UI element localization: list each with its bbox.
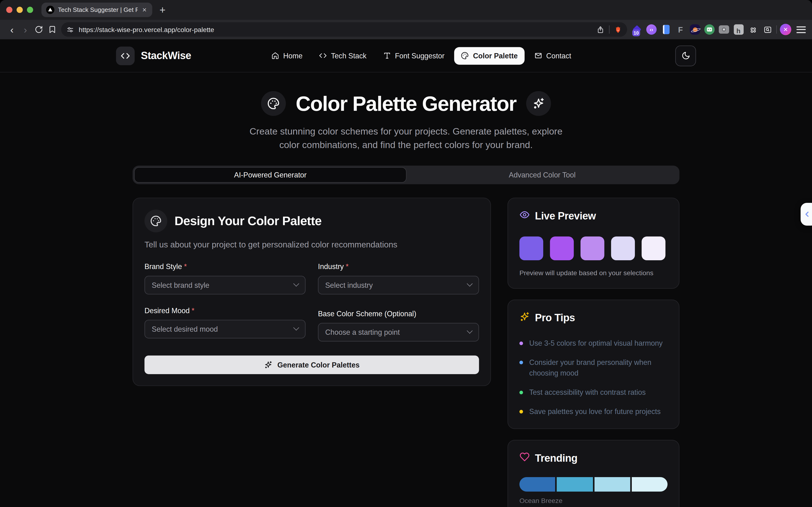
sparkles-icon xyxy=(526,91,551,116)
bullet-dot xyxy=(519,360,523,364)
divider xyxy=(609,25,609,34)
hero: Color Palette Generator Create stunning … xyxy=(0,91,812,152)
base-color-scheme-select[interactable]: Choose a starting point xyxy=(318,323,479,342)
side-panel-icon[interactable] xyxy=(762,24,773,35)
brave-rewards-icon[interactable] xyxy=(614,25,622,34)
field-label: Base Color Scheme (Optional) xyxy=(318,309,416,318)
browser-tab-strip: Tech Stack Suggester | Get Per × + xyxy=(0,0,812,20)
moon-icon xyxy=(681,51,690,60)
web-page: StackWise Home Tech Stack Font Suggestor xyxy=(0,39,812,507)
nav-item-tech-stack[interactable]: Tech Stack xyxy=(312,47,373,64)
extension-robot-icon[interactable] xyxy=(704,24,715,35)
reload-button[interactable] xyxy=(32,23,46,36)
mail-icon xyxy=(534,52,542,60)
theme-toggle-button[interactable] xyxy=(675,45,696,66)
trending-palette-ocean-breeze[interactable] xyxy=(519,477,668,492)
color-swatch xyxy=(550,236,574,260)
chevron-down-icon xyxy=(467,281,473,287)
field-label: Brand Style xyxy=(145,263,182,271)
bookmark-icon[interactable] xyxy=(46,23,59,36)
extension-badge: 10 xyxy=(632,30,640,36)
field-label: Desired Mood xyxy=(145,306,190,315)
close-window-button[interactable] xyxy=(6,7,12,13)
window-controls xyxy=(6,7,33,13)
tab-advanced-color-tool[interactable]: Advanced Color Tool xyxy=(406,167,678,183)
form-subtitle: Tell us about your project to get person… xyxy=(145,240,479,249)
extension-purple-icon[interactable]: ‹› xyxy=(646,24,657,35)
extension-planet-icon[interactable] xyxy=(689,24,701,35)
trending-card: Trending Ocean Breeze xyxy=(507,440,679,507)
sparkles-icon xyxy=(264,360,272,369)
tab-ai-powered-generator[interactable]: AI-Powered Generator xyxy=(134,167,406,183)
sparkles-icon xyxy=(519,312,530,324)
tips-list: Use 3-5 colors for optimal visual harmon… xyxy=(519,338,668,417)
tip-item: Save palettes you love for future projec… xyxy=(519,406,668,417)
extensions-puzzle-icon[interactable] xyxy=(747,24,759,35)
bullet-dot xyxy=(519,391,523,394)
back-button[interactable]: ‹ xyxy=(5,23,19,36)
page-subtitle: Create stunning color schemes for your p… xyxy=(240,125,572,152)
brand-style-select[interactable]: Select brand style xyxy=(145,276,306,295)
chevron-down-icon xyxy=(293,325,299,331)
zoom-window-button[interactable] xyxy=(27,7,33,13)
url-text[interactable]: https://stack-wise-pro.vercel.app/color-… xyxy=(79,25,592,34)
extension-h-icon[interactable]: h xyxy=(733,24,744,35)
nav-item-home[interactable]: Home xyxy=(264,47,309,64)
tip-item: Test accessibility with contrast ratios xyxy=(519,387,668,398)
nav-links: Home Tech Stack Font Suggestor Color Pal… xyxy=(264,47,578,64)
color-swatch xyxy=(642,236,665,260)
tip-item: Consider your brand personality when cho… xyxy=(519,357,668,379)
extension-diamond-icon[interactable]: 10 xyxy=(631,24,643,35)
palette-icon xyxy=(461,52,469,60)
generate-palettes-button[interactable]: Generate Color Palettes xyxy=(145,355,479,374)
heart-icon xyxy=(519,452,530,464)
preview-caption: Preview will update based on your select… xyxy=(519,269,668,277)
nav-item-contact[interactable]: Contact xyxy=(527,47,578,64)
browser-window: Tech Stack Suggester | Get Per × + ‹ › h… xyxy=(0,0,812,507)
field-industry: Industry * Select industry xyxy=(318,263,479,294)
preview-swatches xyxy=(519,236,668,260)
field-brand-style: Brand Style * Select brand style xyxy=(145,263,306,294)
color-swatch xyxy=(580,236,604,260)
site-settings-icon[interactable] xyxy=(66,25,74,34)
extension-camera-icon[interactable] xyxy=(718,24,729,35)
design-form-card: Design Your Color Palette Tell us about … xyxy=(133,198,491,386)
chevron-down-icon xyxy=(293,281,299,287)
bullet-dot xyxy=(519,342,523,345)
industry-select[interactable]: Select industry xyxy=(318,276,479,295)
minimize-window-button[interactable] xyxy=(17,7,23,13)
tab-close-icon[interactable]: × xyxy=(141,6,148,13)
address-bar[interactable]: https://stack-wise-pro.vercel.app/color-… xyxy=(61,22,627,37)
profile-avatar[interactable]: ✕ xyxy=(780,24,791,35)
forward-button[interactable]: › xyxy=(19,23,32,36)
palette-name: Ocean Breeze xyxy=(519,497,668,505)
menu-icon[interactable] xyxy=(797,26,806,33)
new-tab-button[interactable]: + xyxy=(160,4,165,16)
bullet-dot xyxy=(519,410,523,413)
generator-tabs: AI-Powered Generator Advanced Color Tool xyxy=(133,166,679,184)
page-title: Color Palette Generator xyxy=(296,92,516,115)
required-marker: * xyxy=(346,263,349,271)
card-title: Trending xyxy=(535,452,577,464)
palette-icon xyxy=(145,210,167,232)
extension-f-icon[interactable]: F xyxy=(675,24,686,35)
required-marker: * xyxy=(184,263,187,271)
desired-mood-select[interactable]: Select desired mood xyxy=(145,320,306,339)
palette-segment xyxy=(557,477,593,492)
nav-item-font-suggestor[interactable]: Font Suggestor xyxy=(376,47,451,64)
side-panel-toggle[interactable] xyxy=(801,203,812,226)
pro-tips-card: Pro Tips Use 3-5 colors for optimal visu… xyxy=(507,300,679,429)
share-icon[interactable] xyxy=(597,25,605,34)
nav-item-color-palette[interactable]: Color Palette xyxy=(454,47,524,64)
brand-name: StackWise xyxy=(141,50,191,61)
extension-blue-icon[interactable] xyxy=(660,24,672,35)
code-icon xyxy=(116,46,135,65)
code-icon xyxy=(319,52,327,60)
chevron-down-icon xyxy=(467,328,473,334)
browser-tab[interactable]: Tech Stack Suggester | Get Per × xyxy=(41,3,152,17)
brand[interactable]: StackWise xyxy=(116,46,191,65)
color-swatch xyxy=(519,236,543,260)
site-navbar: StackWise Home Tech Stack Font Suggestor xyxy=(0,39,812,73)
divider xyxy=(776,25,777,34)
card-title: Pro Tips xyxy=(535,312,575,324)
